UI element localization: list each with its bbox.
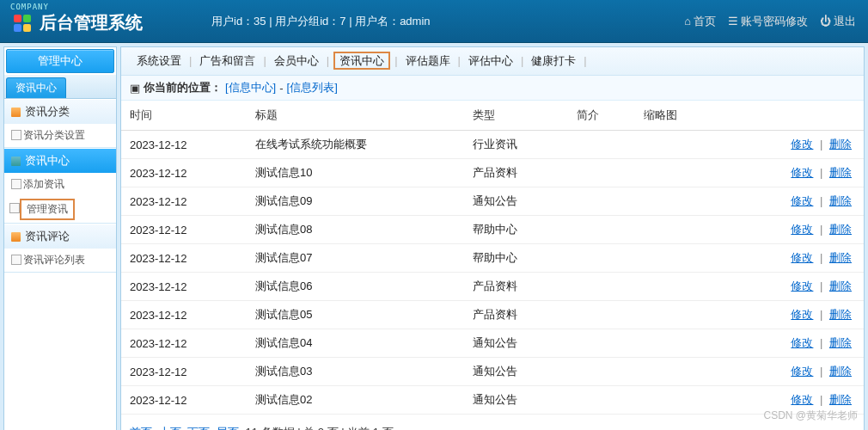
sidebar-tab[interactable]: 资讯中心 — [6, 77, 66, 98]
sidebar: 管理中心 资讯中心 资讯分类资讯分类设置资讯中心添加资讯管理资讯资讯评论资讯评论… — [3, 46, 117, 430]
company-tag: COMPANY — [10, 3, 49, 11]
home-link[interactable]: ⌂首页 — [684, 14, 716, 29]
delete-link[interactable]: 删除 — [829, 166, 852, 179]
nav-item[interactable]: 健康打卡 — [528, 52, 579, 69]
table-row: 2023-12-12在线考试系统功能概要行业资讯修改 | 删除 — [121, 131, 864, 159]
table-row: 2023-12-12测试信息05产品资料修改 | 删除 — [121, 301, 864, 329]
table-row: 2023-12-12测试信息07帮助中心修改 | 删除 — [121, 244, 864, 273]
table-row: 2023-12-12测试信息02通知公告修改 | 删除 — [121, 386, 864, 415]
delete-link[interactable]: 删除 — [829, 251, 852, 264]
edit-link[interactable]: 修改 — [791, 194, 813, 207]
edit-link[interactable]: 修改 — [791, 365, 813, 378]
sidebar-item[interactable]: 管理资讯 — [20, 199, 75, 220]
breadcrumb: ▣ 你当前的位置： [信息中心] - [信息列表] — [121, 76, 864, 101]
edit-link[interactable]: 修改 — [791, 138, 813, 150]
pager-info: 11 条数据 | 总 2 页 | 当前 1 页 — [246, 426, 394, 430]
crumb-b[interactable]: [信息列表] — [287, 80, 338, 95]
home-icon: ⌂ — [684, 15, 691, 28]
col-header: 类型 — [464, 101, 568, 131]
content: 系统设置|广告和留言|会员中心|资讯中心|评估题库|评估中心|健康打卡| ▣ 你… — [120, 46, 865, 430]
pager-last[interactable]: 尾页 — [217, 426, 239, 430]
user-info: 用户id：35 | 用户分组id：7 | 用户名：admin — [211, 14, 431, 29]
lock-icon: ☰ — [728, 15, 738, 28]
sidebar-group-head[interactable]: 资讯中心 — [4, 148, 116, 173]
sidebar-group-head[interactable]: 资讯评论 — [4, 224, 116, 249]
svg-rect-3 — [23, 24, 31, 32]
table-row: 2023-12-12测试信息09通知公告修改 | 删除 — [121, 187, 864, 216]
table-row: 2023-12-12测试信息10产品资料修改 | 删除 — [121, 159, 864, 187]
table-row: 2023-12-12测试信息04通知公告修改 | 删除 — [121, 329, 864, 358]
edit-link[interactable]: 修改 — [791, 251, 813, 264]
book-icon — [11, 108, 21, 117]
main: 管理中心 资讯中心 资讯分类资讯分类设置资讯中心添加资讯管理资讯资讯评论资讯评论… — [0, 43, 868, 430]
nav-item[interactable]: 资讯中心 — [333, 52, 390, 70]
nav-item[interactable]: 会员中心 — [271, 52, 322, 69]
crumb-a[interactable]: [信息中心] — [225, 80, 276, 95]
logo: 后台管理系统 — [12, 11, 143, 34]
crumb-prefix: 你当前的位置： — [144, 80, 222, 95]
data-table: 时间标题类型简介缩略图 2023-12-12在线考试系统功能概要行业资讯修改 |… — [121, 101, 864, 415]
sidebar-item[interactable]: 添加资讯 — [4, 173, 116, 196]
password-link[interactable]: ☰账号密码修改 — [728, 14, 808, 29]
app-title: 后台管理系统 — [40, 11, 143, 34]
pager-first[interactable]: 首页 — [130, 426, 152, 430]
svg-rect-1 — [23, 15, 31, 22]
delete-link[interactable]: 删除 — [829, 280, 852, 292]
delete-link[interactable]: 删除 — [829, 393, 852, 406]
sidebar-group-head[interactable]: 资讯分类 — [4, 99, 116, 124]
nav-item[interactable]: 评估题库 — [402, 52, 454, 69]
delete-link[interactable]: 删除 — [829, 223, 852, 236]
col-header: 缩略图 — [635, 101, 721, 131]
power-icon: ⏻ — [820, 15, 831, 28]
table-row: 2023-12-12测试信息03通知公告修改 | 删除 — [121, 358, 864, 386]
delete-link[interactable]: 删除 — [829, 194, 852, 207]
edit-link[interactable]: 修改 — [791, 223, 813, 236]
delete-link[interactable]: 删除 — [829, 365, 852, 378]
edit-link[interactable]: 修改 — [791, 308, 813, 321]
col-header: 时间 — [121, 101, 247, 131]
nav-item[interactable]: 评估中心 — [465, 52, 517, 69]
delete-link[interactable]: 删除 — [829, 336, 852, 349]
pager-prev[interactable]: 上页 — [159, 426, 181, 430]
edit-link[interactable]: 修改 — [791, 336, 813, 349]
watermark: CSDN @黄菊华老师 — [763, 408, 858, 423]
sidebar-item[interactable]: 资讯评论列表 — [4, 249, 116, 272]
logo-icon — [12, 13, 33, 34]
col-header: 简介 — [568, 101, 635, 131]
folder-icon: ▣ — [130, 82, 140, 95]
pager-next[interactable]: 下页 — [187, 426, 210, 430]
book-icon — [11, 157, 21, 166]
header-right: ⌂首页 ☰账号密码修改 ⏻退出 — [684, 14, 856, 29]
col-header — [721, 101, 864, 131]
svg-rect-0 — [14, 15, 21, 22]
table-row: 2023-12-12测试信息06产品资料修改 | 删除 — [121, 273, 864, 301]
sidebar-title: 管理中心 — [6, 49, 114, 73]
header: COMPANY 后台管理系统 用户id：35 | 用户分组id：7 | 用户名：… — [0, 0, 868, 43]
edit-link[interactable]: 修改 — [791, 393, 813, 406]
sidebar-item[interactable]: 资讯分类设置 — [4, 124, 116, 147]
svg-rect-2 — [14, 24, 21, 32]
delete-link[interactable]: 删除 — [829, 308, 852, 321]
col-header: 标题 — [247, 101, 464, 131]
top-nav: 系统设置|广告和留言|会员中心|资讯中心|评估题库|评估中心|健康打卡| — [121, 47, 864, 76]
nav-item[interactable]: 广告和留言 — [196, 52, 259, 69]
table-row: 2023-12-12测试信息08帮助中心修改 | 删除 — [121, 216, 864, 244]
edit-link[interactable]: 修改 — [791, 166, 813, 179]
pager: 首页 上页 下页 尾页 11 条数据 | 总 2 页 | 当前 1 页 — [121, 415, 864, 430]
delete-link[interactable]: 删除 — [829, 138, 852, 150]
sidebar-tab-header: 资讯中心 — [4, 75, 116, 99]
nav-item[interactable]: 系统设置 — [133, 52, 185, 69]
edit-link[interactable]: 修改 — [791, 280, 813, 292]
logout-link[interactable]: ⏻退出 — [820, 14, 856, 29]
book-icon — [11, 232, 21, 242]
